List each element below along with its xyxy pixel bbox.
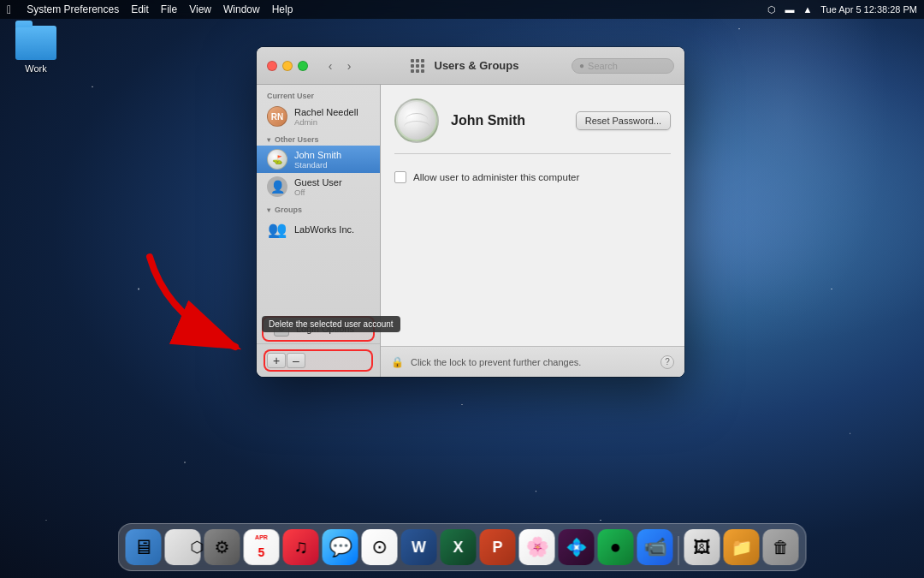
dock-item-zoom[interactable]: 📹: [637, 529, 673, 565]
sidebar: Current User RN Rachel Needell Admin ▾ O…: [257, 85, 381, 377]
menubar-left:  System Preferences Edit File View Wind…: [7, 3, 293, 16]
dock-item-ppt[interactable]: P: [480, 529, 516, 565]
search-icon: ●: [579, 61, 584, 70]
sidebar-bottom: + –: [257, 343, 380, 377]
dock-item-sysprefs[interactable]: ⚙: [204, 529, 240, 565]
dock-item-slack[interactable]: 💠: [559, 529, 595, 565]
john-name: John Smith: [294, 150, 341, 160]
dock-item-trash[interactable]: 🗑: [763, 529, 799, 565]
titlebar: ‹ › Users & Groups ● Search: [257, 47, 684, 85]
nav-arrows: ‹ ›: [322, 57, 358, 74]
clock-display: Tue Apr 5 12:38:28 PM: [820, 4, 917, 15]
divider: [394, 153, 671, 154]
dock-item-messages[interactable]: 💬: [323, 529, 358, 565]
user-info: John Smith: [451, 113, 564, 128]
calendar-day-label: APR: [255, 534, 268, 540]
back-arrow[interactable]: ‹: [322, 57, 339, 74]
desktop-folder-work[interactable]: Work: [15, 26, 56, 74]
minimize-button[interactable]: [282, 61, 293, 71]
guest-name: Guest User: [294, 177, 342, 188]
window-body: Current User RN Rachel Needell Admin ▾ O…: [257, 85, 684, 377]
menu-view[interactable]: View: [189, 3, 211, 15]
add-remove-row: + –: [264, 349, 373, 372]
dock-separator: [678, 536, 679, 565]
lock-text: Click the lock to prevent further change…: [411, 357, 581, 367]
app-menu-name[interactable]: System Preferences: [27, 3, 119, 15]
folder-icon: [15, 26, 56, 60]
bottom-bar: 🔒 Click the lock to prevent further chan…: [381, 346, 684, 377]
dock-item-excel[interactable]: X: [441, 529, 477, 565]
battery-icon: ▬: [785, 4, 794, 15]
menu-help[interactable]: Help: [272, 3, 293, 15]
groups-label: ▾ Groups: [257, 200, 380, 216]
lock-icon[interactable]: 🔒: [391, 356, 404, 368]
dock-item-word[interactable]: W: [401, 529, 437, 565]
groups-avatar: 👥: [267, 219, 287, 240]
dock-item-finder[interactable]: 🖥: [126, 529, 162, 565]
sidebar-item-labworks[interactable]: 👥 LabWorks Inc.: [257, 216, 380, 243]
dock-item-calendar[interactable]: APR 5: [244, 529, 280, 565]
traffic-lights: [267, 61, 308, 71]
add-user-button[interactable]: +: [267, 353, 286, 368]
search-box[interactable]: ● Search: [572, 58, 674, 74]
dock-item-chrome[interactable]: ⊙: [362, 529, 398, 565]
user-avatar-large: [394, 98, 439, 143]
maximize-button[interactable]: [298, 61, 308, 71]
guest-info: Guest User Off: [294, 177, 342, 197]
close-button[interactable]: [267, 61, 277, 71]
sidebar-item-rachel[interactable]: RN Rachel Needell Admin: [257, 103, 380, 130]
options-area: Allow user to administer this computer: [394, 164, 671, 363]
search-placeholder: Search: [588, 61, 618, 71]
wifi-icon: ▲: [803, 4, 812, 15]
dock-item-files[interactable]: 📁: [724, 529, 760, 565]
allow-admin-label: Allow user to administer this computer: [413, 172, 579, 182]
allow-admin-row: Allow user to administer this computer: [394, 164, 671, 190]
menu-window[interactable]: Window: [223, 3, 260, 15]
users-groups-window: ‹ › Users & Groups ● Search Current User: [257, 47, 684, 377]
allow-admin-checkbox[interactable]: [394, 171, 406, 183]
rachel-name: Rachel Needell: [294, 107, 358, 117]
main-content: John Smith Reset Password... Allow user …: [381, 85, 684, 377]
selected-user-name: John Smith: [451, 113, 564, 128]
apple-menu[interactable]: : [7, 3, 11, 16]
user-header: John Smith Reset Password...: [394, 98, 671, 143]
grid-icon: [411, 59, 424, 73]
rachel-info: Rachel Needell Admin: [294, 107, 358, 127]
menu-edit[interactable]: Edit: [131, 3, 149, 15]
desktop:  System Preferences Edit File View Wind…: [0, 0, 924, 578]
labworks-name: LabWorks Inc.: [294, 224, 354, 235]
sidebar-item-john[interactable]: ⛳ John Smith Standard: [257, 146, 380, 173]
dock-item-photos[interactable]: 🌸: [519, 529, 555, 565]
dock-item-launchpad[interactable]: ⬡: [165, 529, 201, 565]
john-role: Standard: [294, 160, 341, 170]
groups-arrow: ▾: [267, 206, 270, 214]
menu-file[interactable]: File: [161, 3, 177, 15]
sidebar-item-guest[interactable]: 👤 Guest User Off: [257, 173, 380, 200]
avatar-guest: 👤: [267, 176, 287, 197]
dock-item-spotify[interactable]: ●: [598, 529, 634, 565]
title-area: Users & Groups: [364, 59, 565, 73]
calendar-date-num: 5: [258, 545, 265, 559]
folder-label: Work: [25, 63, 46, 74]
dock-item-screenshots[interactable]: 🖼: [684, 529, 720, 565]
remove-user-button[interactable]: –: [287, 353, 305, 368]
dock-item-itunes[interactable]: ♫: [283, 529, 319, 565]
delete-tooltip: Delete the selected user account: [262, 316, 400, 332]
current-user-label: Current User: [257, 85, 380, 103]
dock: 🖥 ⬡ ⚙ APR 5 ♫ 💬 ⊙ W X P: [118, 523, 807, 571]
reset-password-button[interactable]: Reset Password...: [576, 111, 671, 130]
dropbox-icon: ⬡: [767, 4, 776, 15]
menubar-right: ⬡ ▬ ▲ Tue Apr 5 12:38:28 PM: [767, 4, 917, 15]
golf-ball-icon: [398, 102, 435, 140]
john-info: John Smith Standard: [294, 150, 341, 170]
help-button[interactable]: ?: [660, 355, 674, 369]
guest-role: Off: [294, 188, 342, 197]
other-users-label: ▾ Other Users: [257, 130, 380, 146]
avatar-rachel: RN: [267, 106, 287, 127]
menubar:  System Preferences Edit File View Wind…: [0, 0, 924, 19]
other-users-arrow: ▾: [267, 136, 270, 144]
window-title: Users & Groups: [435, 59, 519, 72]
forward-arrow[interactable]: ›: [341, 57, 358, 74]
avatar-john: ⛳: [267, 149, 287, 170]
rachel-role: Admin: [294, 117, 358, 127]
